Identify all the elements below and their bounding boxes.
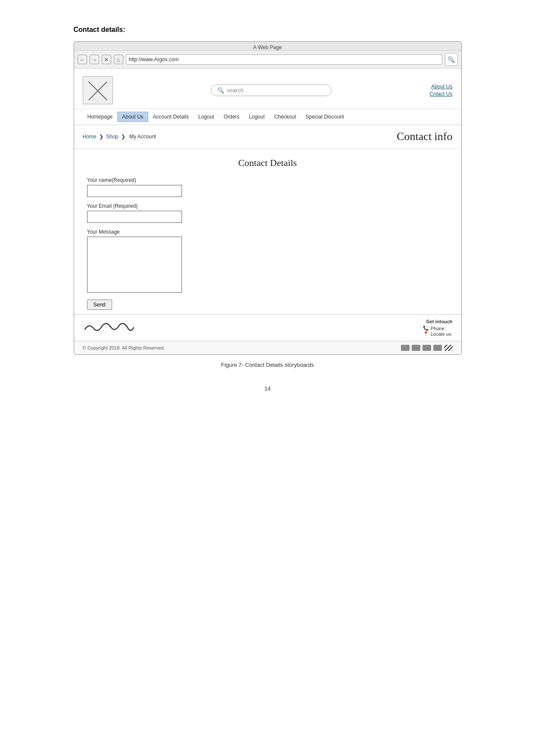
browser-toolbar: ← → ✕ ⌂ http://www.Argos.com 🔍 — [74, 51, 461, 69]
figure-caption: Figure 7- Contact Details storyboards — [74, 362, 462, 368]
send-button[interactable]: Send — [87, 300, 112, 310]
url-text: http://www.Argos.com — [129, 56, 179, 62]
breadcrumb-sep-1: ❯ — [99, 134, 105, 140]
message-textarea[interactable] — [87, 237, 182, 293]
breadcrumb-home[interactable]: Home — [83, 134, 97, 140]
social-icon-1[interactable] — [401, 345, 410, 351]
page-number: 14 — [264, 385, 270, 392]
nav-logout-2[interactable]: Logout — [244, 112, 269, 122]
search-icon: 🔍 — [217, 87, 224, 94]
breadcrumb-sep-2: ❯ — [121, 134, 127, 140]
site-logo — [83, 76, 113, 104]
nav-logout-1[interactable]: Logout — [194, 112, 219, 122]
locate-row: 📍 Locate us: — [423, 331, 453, 337]
copyright-text: © Copyright 2018. All Rights Reserved. — [83, 345, 165, 350]
nav-about-us[interactable]: About Us — [117, 112, 148, 122]
home-button[interactable]: ⌂ — [114, 55, 123, 64]
section-title: Contact details: — [74, 26, 462, 34]
nav-account-details[interactable]: Account Details — [148, 112, 194, 122]
url-bar[interactable]: http://www.Argos.com — [126, 54, 442, 65]
footer-contact-info: Get intouch 📞 Phone: 📍 Locate us: — [423, 319, 453, 337]
nav-orders[interactable]: Orders — [219, 112, 244, 122]
contact-us-link[interactable]: Cntact Us — [430, 91, 453, 97]
footer-bottom: © Copyright 2018. All Rights Reserved. — [74, 341, 461, 354]
breadcrumb-row: Home ❯ Shop ❯ My Account Contact info — [74, 125, 461, 149]
about-us-link[interactable]: About Us — [431, 84, 452, 90]
website-content: 🔍 search About Us Cntact Us Homepage Abo… — [74, 69, 461, 354]
site-header: 🔍 search About Us Cntact Us — [74, 69, 461, 109]
header-nav-links: About Us Cntact Us — [430, 84, 453, 97]
search-input-placeholder: search — [227, 87, 244, 94]
phone-row: 📞 Phone: — [423, 325, 453, 331]
message-label: Your Message — [87, 229, 448, 235]
breadcrumb: Home ❯ Shop ❯ My Account — [83, 134, 157, 140]
search-icon: 🔍 — [447, 56, 455, 63]
footer-logo — [83, 321, 135, 335]
get-intouch-label: Get intouch — [423, 319, 453, 324]
breadcrumb-my-account: My Account — [129, 134, 156, 140]
browser-mockup: A Web Page ← → ✕ ⌂ http://www.Argos.com … — [74, 41, 462, 355]
browser-search-button[interactable]: 🔍 — [445, 53, 458, 66]
contact-form-area: Contact Details Your name(Required) Your… — [74, 149, 461, 314]
contact-details-title: Contact Details — [87, 157, 448, 169]
logo-x-mark — [85, 78, 111, 102]
browser-tab-label: A Web Page — [253, 44, 282, 50]
phone-label: Phone: — [431, 326, 446, 331]
forward-button[interactable]: → — [90, 55, 99, 64]
search-bar[interactable]: 🔍 search — [211, 84, 332, 96]
locate-icon: 📍 — [423, 331, 429, 337]
search-bar-container: 🔍 search — [113, 84, 430, 96]
back-button[interactable]: ← — [78, 55, 87, 64]
name-label: Your name(Required) — [87, 177, 448, 183]
name-input[interactable] — [87, 185, 182, 197]
nav-homepage[interactable]: Homepage — [83, 112, 118, 122]
email-input[interactable] — [87, 211, 182, 223]
email-label: Your Email (Required) — [87, 203, 448, 209]
nav-special-discount[interactable]: Special Discount — [301, 112, 349, 122]
stop-button[interactable]: ✕ — [102, 55, 111, 64]
nav-menu: Homepage About Us Account Details Logout… — [74, 109, 461, 125]
nav-checkout[interactable]: Checkout — [269, 112, 301, 122]
social-icon-4[interactable] — [433, 345, 442, 351]
locate-label: Locate us: — [431, 331, 453, 337]
social-icon-2[interactable] — [412, 345, 420, 351]
phone-icon: 📞 — [423, 325, 429, 331]
breadcrumb-shop[interactable]: Shop — [106, 134, 118, 140]
social-icons — [401, 345, 453, 351]
page-title: Contact info — [397, 130, 452, 143]
social-icon-3[interactable] — [422, 345, 431, 351]
scroll-indicator — [444, 345, 453, 351]
site-footer: Get intouch 📞 Phone: 📍 Locate us: — [74, 314, 461, 341]
browser-tab-bar: A Web Page — [74, 42, 461, 51]
